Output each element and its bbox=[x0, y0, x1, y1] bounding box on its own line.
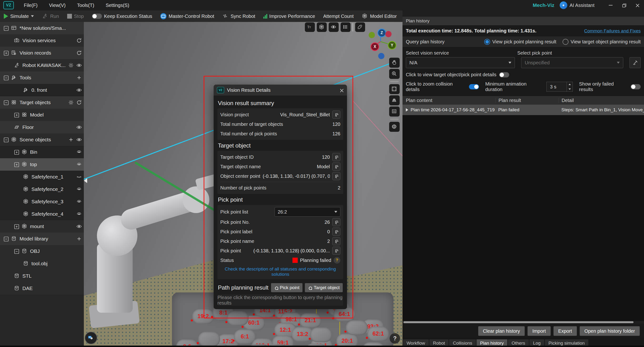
gizmo-neg-y-axis[interactable] bbox=[369, 32, 375, 38]
radio-selected-icon[interactable] bbox=[484, 39, 490, 45]
common-failures-link[interactable]: Common Failures and Fixes bbox=[584, 28, 641, 34]
sidebar-item-tool-obj[interactable]: tool.obj bbox=[0, 257, 84, 270]
sidebar-item-solution[interactable]: *New solution/Sma... bbox=[0, 22, 84, 34]
attempt-count-button[interactable]: Attempt Count bbox=[323, 14, 354, 19]
plus-box-icon[interactable] bbox=[14, 162, 19, 167]
sidebar-item-dae[interactable]: DAE bbox=[0, 282, 84, 294]
eye-icon[interactable] bbox=[76, 124, 82, 130]
status-descriptions-link[interactable]: Check the description of all statuses an… bbox=[218, 266, 343, 277]
copy-button[interactable] bbox=[332, 237, 340, 245]
collapse-sidebar-arrow[interactable] bbox=[84, 178, 87, 183]
pan-button[interactable] bbox=[389, 58, 400, 68]
sidebar-item-vision-services[interactable]: Vision services bbox=[0, 34, 84, 47]
sidebar-item-model[interactable]: Model bbox=[0, 109, 84, 121]
sidebar-item-front-tool[interactable]: 0. front bbox=[0, 84, 84, 96]
sidebar-item-top[interactable]: top bbox=[0, 158, 84, 171]
model-editor-button[interactable]: Model Editor bbox=[362, 13, 397, 19]
pick-point-list-dropdown[interactable]: 26:2 bbox=[274, 207, 340, 217]
gizmo-z-axis[interactable]: Z bbox=[378, 29, 386, 37]
close-icon[interactable] bbox=[339, 88, 344, 93]
run-button[interactable]: Run bbox=[42, 13, 59, 19]
gizmo-neg-x-axis[interactable] bbox=[385, 31, 392, 37]
minus-box-icon[interactable] bbox=[3, 75, 8, 80]
anim-down-arrow[interactable] bbox=[567, 87, 572, 92]
copy-button[interactable] bbox=[332, 247, 340, 255]
gear-icon[interactable] bbox=[68, 100, 74, 105]
eye-icon[interactable] bbox=[76, 87, 82, 93]
eye-icon[interactable] bbox=[76, 137, 82, 143]
restore-button[interactable] bbox=[617, 0, 631, 11]
pick-point-dropdown[interactable]: Unspecified bbox=[521, 57, 623, 68]
gizmo-neg-z-axis[interactable] bbox=[378, 53, 384, 59]
anim-up-arrow[interactable] bbox=[567, 82, 572, 87]
sidebar-item-tools[interactable]: Tools bbox=[0, 72, 84, 84]
sync-robot-button[interactable]: Sync Robot bbox=[222, 13, 255, 19]
close-button[interactable] bbox=[631, 0, 644, 11]
sidebar-item-model-library[interactable]: Model library bbox=[0, 233, 84, 245]
eye-icon[interactable] bbox=[76, 224, 82, 229]
eye-half-icon[interactable] bbox=[76, 162, 82, 167]
plus-box-icon[interactable] bbox=[3, 50, 8, 56]
plan-result-header[interactable]: Plan result bbox=[496, 98, 558, 103]
menu-tools[interactable]: Tools(T) bbox=[71, 3, 100, 8]
clear-plan-history-button[interactable]: Clear plan history bbox=[478, 326, 525, 336]
import-button[interactable]: Import bbox=[528, 326, 551, 336]
refresh-icon[interactable] bbox=[76, 50, 82, 56]
refresh-icon[interactable] bbox=[76, 38, 82, 43]
open-plan-history-folder-button[interactable]: Open plan history folder bbox=[580, 326, 640, 336]
help-button[interactable]: ? bbox=[390, 333, 400, 344]
eye-half-icon[interactable] bbox=[76, 211, 82, 217]
fit-view-button[interactable] bbox=[389, 84, 400, 94]
horizontal-scrollbar[interactable] bbox=[402, 321, 644, 324]
eye-half-icon[interactable] bbox=[76, 149, 82, 155]
export-button[interactable]: Export bbox=[554, 326, 577, 336]
vision-service-dropdown[interactable]: N/A bbox=[406, 57, 515, 68]
minus-box-icon[interactable] bbox=[3, 236, 8, 241]
detail-header[interactable]: Detail bbox=[558, 98, 644, 103]
improve-performance-button[interactable]: Improve Performance bbox=[264, 14, 315, 19]
toggle-off-icon[interactable] bbox=[92, 14, 102, 19]
model-display-button[interactable] bbox=[317, 23, 327, 32]
sidebar-item-safetyfence-3[interactable]: Safetyfence_3 bbox=[0, 195, 84, 208]
sidebar-item-robot[interactable]: Robot KAWASAK... bbox=[0, 59, 84, 72]
keep-execution-status-toggle[interactable]: Keep Execution Status bbox=[92, 14, 152, 19]
radio-view-pick-point[interactable]: View pick point planning result bbox=[484, 39, 556, 45]
sidebar-item-scene-objects[interactable]: Scene objects bbox=[0, 133, 84, 146]
plus-icon[interactable] bbox=[68, 137, 74, 143]
plus-box-icon[interactable] bbox=[14, 112, 19, 118]
menu-settings[interactable]: Settings(S) bbox=[100, 3, 135, 8]
eye-half-icon[interactable] bbox=[76, 199, 82, 204]
view-details-toggle[interactable] bbox=[499, 72, 509, 78]
sidebar-item-mount[interactable]: mount bbox=[0, 220, 84, 233]
eye-closed-icon[interactable] bbox=[76, 174, 82, 180]
sidebar-item-safetyfence-4[interactable]: Safetyfence_4 bbox=[0, 208, 84, 220]
copy-button[interactable] bbox=[332, 163, 340, 171]
clear-filter-button[interactable] bbox=[630, 57, 641, 68]
menu-file[interactable]: File(F) bbox=[18, 3, 43, 8]
ground-grid-button[interactable] bbox=[389, 95, 400, 105]
minus-box-icon[interactable] bbox=[3, 137, 8, 142]
radio-icon[interactable] bbox=[562, 39, 568, 45]
copy-button[interactable] bbox=[332, 172, 340, 180]
plan-history-row[interactable]: Plan time 2026-04-17_17-56-28_445_719 (6… bbox=[402, 105, 644, 115]
ai-assistant-label[interactable]: AI Assistant bbox=[570, 3, 595, 8]
plus-icon[interactable] bbox=[76, 236, 82, 242]
text-annotation-button[interactable] bbox=[305, 23, 315, 32]
gear-icon[interactable] bbox=[68, 63, 74, 68]
dialog-title-bar[interactable]: VZ Vision Result Details bbox=[214, 85, 347, 96]
gizmo-x-axis[interactable]: X bbox=[370, 43, 379, 51]
sidebar-item-safetyfence-2[interactable]: Safetyfence_2 bbox=[0, 183, 84, 195]
copy-button[interactable] bbox=[332, 111, 340, 119]
minimize-button[interactable] bbox=[604, 0, 617, 11]
radio-view-target-object[interactable]: View target object planning result bbox=[562, 39, 641, 45]
min-animation-stepper[interactable]: 3 s bbox=[546, 82, 573, 92]
sidebar-item-bin[interactable]: Bin bbox=[0, 146, 84, 158]
query-target-object-button[interactable]: Target object bbox=[305, 283, 343, 292]
ai-assistant-icon[interactable]: ✦ bbox=[560, 2, 567, 9]
copy-button[interactable] bbox=[332, 153, 340, 161]
sidebar-item-stl[interactable]: STL bbox=[0, 270, 84, 282]
gizmo-y-axis[interactable]: Y bbox=[388, 41, 396, 50]
menu-view[interactable]: View(V) bbox=[43, 3, 72, 8]
visibility-button[interactable] bbox=[329, 23, 339, 32]
scrollbar-thumb[interactable] bbox=[404, 321, 634, 323]
